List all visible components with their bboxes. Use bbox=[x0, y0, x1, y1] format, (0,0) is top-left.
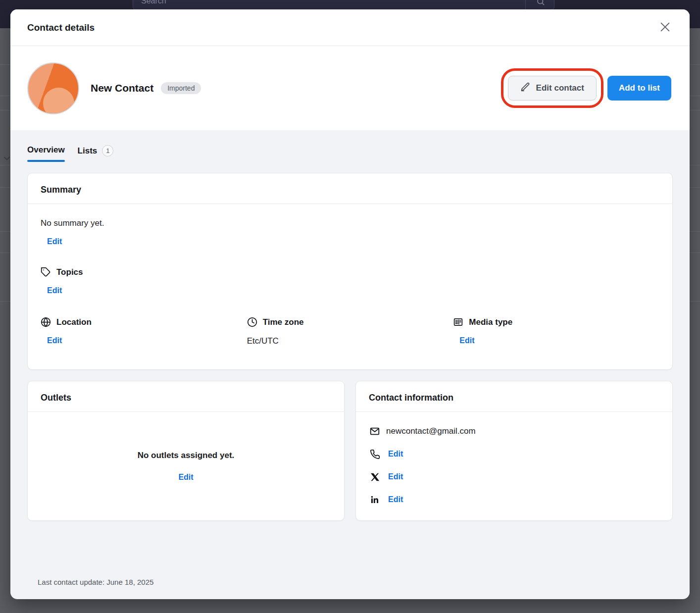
timezone-value: Etc/UTC bbox=[247, 336, 453, 346]
timezone-column: Time zone Etc/UTC bbox=[247, 317, 453, 346]
tab-overview-label: Overview bbox=[27, 145, 65, 155]
contact-information-card: Contact information newcontact@gmail.com… bbox=[355, 381, 673, 521]
phone-edit-link[interactable]: Edit bbox=[388, 450, 403, 459]
pencil-icon bbox=[520, 82, 531, 95]
tab-lists-label: Lists bbox=[78, 146, 98, 156]
summary-title: Summary bbox=[28, 173, 672, 204]
summary-card: Summary No summary yet. Edit Topics Edit bbox=[27, 173, 673, 370]
email-value: newcontact@gmail.com bbox=[386, 426, 476, 436]
modal-body: Overview Lists 1 Summary No summary yet.… bbox=[10, 130, 690, 599]
search-input[interactable]: Search bbox=[133, 0, 554, 10]
modal-title: Contact details bbox=[27, 22, 95, 33]
edit-contact-label: Edit contact bbox=[536, 83, 584, 93]
contact-name: New Contact bbox=[91, 82, 153, 94]
globe-icon bbox=[41, 317, 51, 327]
annotation-highlight-ring: Edit contact bbox=[501, 68, 603, 108]
summary-edit-link[interactable]: Edit bbox=[47, 237, 62, 246]
summary-empty-text: No summary yet. bbox=[41, 218, 659, 228]
tab-overview[interactable]: Overview bbox=[27, 145, 65, 162]
phone-row: Edit bbox=[369, 448, 659, 460]
newspaper-icon bbox=[453, 317, 463, 327]
avatar bbox=[27, 62, 79, 114]
location-label: Location bbox=[56, 317, 92, 327]
topics-label: Topics bbox=[56, 267, 83, 277]
active-tab-underline bbox=[27, 160, 65, 162]
media-type-label: Media type bbox=[469, 317, 512, 327]
add-to-list-button[interactable]: Add to list bbox=[607, 76, 671, 101]
x-row: Edit bbox=[369, 471, 659, 483]
contact-information-title: Contact information bbox=[356, 381, 672, 412]
location-column: Location Edit bbox=[41, 317, 247, 346]
close-button[interactable] bbox=[657, 19, 673, 36]
modal-header: Contact details bbox=[10, 9, 690, 46]
phone-icon bbox=[369, 449, 381, 460]
timezone-label: Time zone bbox=[263, 317, 304, 327]
search-icon[interactable] bbox=[536, 0, 545, 8]
last-update-text: Last contact update: June 18, 2025 bbox=[27, 578, 673, 586]
x-edit-link[interactable]: Edit bbox=[388, 472, 403, 481]
outlets-edit-link[interactable]: Edit bbox=[178, 473, 193, 482]
close-icon bbox=[658, 20, 672, 35]
imported-badge: Imported bbox=[161, 82, 201, 94]
attributes-grid: Location Edit Time zone Etc/UTC bbox=[41, 317, 659, 346]
x-logo-icon bbox=[369, 472, 381, 482]
outlets-empty-text: No outlets assigned yet. bbox=[138, 451, 235, 460]
search-placeholder: Search bbox=[141, 0, 166, 5]
edit-contact-button[interactable]: Edit contact bbox=[508, 76, 597, 101]
outlets-card: Outlets No outlets assigned yet. Edit bbox=[27, 381, 345, 521]
media-type-edit-link[interactable]: Edit bbox=[459, 336, 474, 345]
linkedin-icon bbox=[369, 495, 381, 505]
tab-lists[interactable]: Lists 1 bbox=[78, 145, 114, 156]
topics-edit-link[interactable]: Edit bbox=[47, 286, 62, 295]
profile-section: New Contact Imported Edit contact Add to… bbox=[10, 46, 690, 130]
tabs: Overview Lists 1 bbox=[27, 145, 673, 162]
mail-icon bbox=[369, 426, 381, 437]
location-edit-link[interactable]: Edit bbox=[47, 336, 62, 345]
search-divider bbox=[525, 0, 526, 9]
contact-details-modal: Contact details New Contact Imported Edi… bbox=[10, 9, 690, 599]
email-row: newcontact@gmail.com bbox=[369, 425, 659, 437]
tag-icon bbox=[41, 267, 51, 277]
media-type-column: Media type Edit bbox=[453, 317, 659, 346]
lists-count-badge: 1 bbox=[102, 145, 113, 156]
linkedin-edit-link[interactable]: Edit bbox=[388, 495, 403, 504]
clock-icon bbox=[247, 317, 257, 327]
topics-section: Topics bbox=[41, 267, 659, 277]
linkedin-row: Edit bbox=[369, 494, 659, 506]
outlets-title: Outlets bbox=[28, 381, 344, 412]
